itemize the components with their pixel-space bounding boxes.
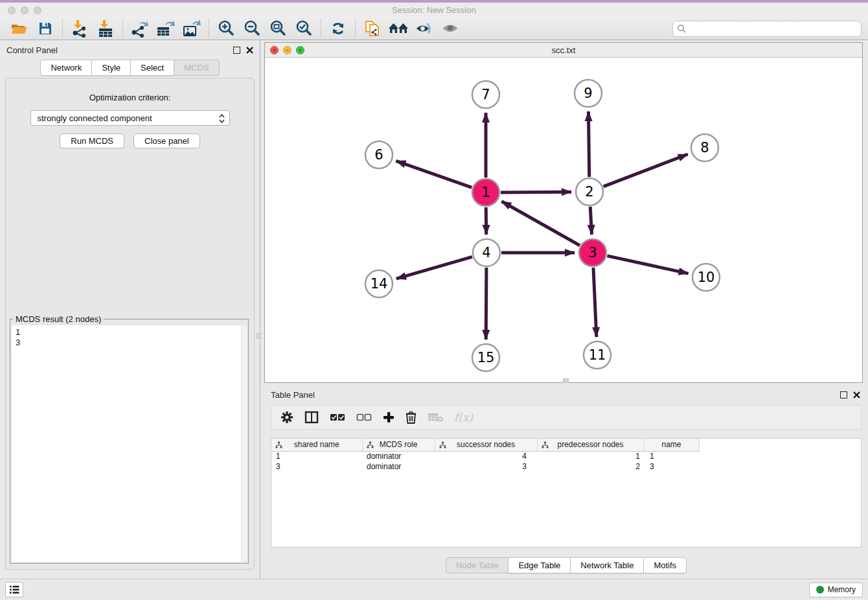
column-header-successor-nodes[interactable]: successor nodes (435, 439, 537, 451)
table-cell[interactable]: 1 (537, 451, 644, 461)
graph-node-11[interactable]: 11 (584, 341, 611, 369)
graph-edge-2-8[interactable] (604, 154, 688, 187)
add-row-button[interactable] (383, 411, 394, 423)
delete-row-button[interactable] (405, 411, 417, 424)
table-options-button[interactable] (280, 411, 293, 424)
export-network-button[interactable] (127, 19, 153, 38)
unselect-all-icon (356, 413, 372, 422)
tab-network[interactable]: Network (40, 60, 92, 76)
graph-edge-2-9[interactable] (588, 111, 589, 177)
graph-edge-4-14[interactable] (396, 257, 472, 279)
toolbar-separator (62, 19, 63, 38)
graph-edge-1-6[interactable] (396, 161, 472, 187)
mcds-result-text[interactable]: 13 (12, 325, 247, 562)
node-label: 2 (585, 184, 593, 200)
export-table-button[interactable] (153, 19, 179, 38)
graph-edge-1-2[interactable] (501, 192, 571, 192)
memory-label: Memory (828, 585, 856, 594)
node-table[interactable]: shared nameMCDS rolesuccessor nodesprede… (271, 438, 862, 548)
columns-icon (304, 411, 319, 424)
graph-node-4[interactable]: 4 (473, 239, 500, 266)
search-input[interactable] (672, 21, 862, 37)
close-panel-icon[interactable] (246, 47, 253, 54)
memory-button[interactable]: Memory (809, 583, 863, 597)
select-all-button[interactable] (330, 413, 345, 422)
tab-select[interactable]: Select (130, 60, 174, 76)
graph-node-3[interactable]: 3 (579, 239, 606, 266)
task-history-button[interactable] (5, 582, 23, 597)
column-header-mcds-role[interactable]: MCDS role (362, 439, 435, 451)
close-table-panel-icon[interactable] (853, 391, 860, 398)
graph-edge-2-3[interactable] (590, 207, 591, 235)
table-cell[interactable]: 1 (644, 451, 699, 461)
float-panel-icon[interactable] (233, 47, 240, 54)
trash-icon (405, 411, 417, 424)
refresh-button[interactable] (325, 19, 351, 38)
main-toolbar (0, 17, 868, 40)
import-table-button[interactable] (93, 19, 119, 38)
table-tab-node-table[interactable]: Node Table (446, 557, 509, 573)
network-window-titlebar[interactable]: scc.txt (265, 43, 862, 58)
home-button[interactable] (385, 19, 411, 38)
graph-node-7[interactable]: 7 (472, 81, 499, 108)
graph-node-6[interactable]: 6 (365, 141, 393, 168)
optimization-criterion-dropdown[interactable]: strongly connected component (30, 110, 230, 126)
close-panel-button[interactable]: Close panel (133, 133, 200, 148)
graph-edge-3-10[interactable] (608, 256, 689, 273)
table-tab-edge-table[interactable]: Edge Table (508, 557, 571, 573)
run-mcds-button[interactable]: Run MCDS (60, 133, 124, 148)
graph-node-9[interactable]: 9 (575, 80, 602, 107)
graph-node-14[interactable]: 14 (365, 270, 393, 297)
float-table-panel-icon[interactable] (840, 391, 847, 398)
table-row[interactable]: 3dominator323 (271, 461, 699, 472)
graph-edge-1-4[interactable] (486, 207, 486, 235)
table-tab-network-table[interactable]: Network Table (570, 557, 644, 573)
import-network-button[interactable] (67, 19, 93, 38)
clone-network-button[interactable] (360, 19, 385, 38)
table-cell[interactable]: 3 (435, 461, 537, 472)
export-network-icon (131, 19, 149, 38)
graph-node-15[interactable]: 15 (472, 344, 499, 371)
node-label: 7 (481, 87, 490, 102)
graph-edge-3-1[interactable] (501, 202, 580, 246)
vertical-splitter-handle[interactable] (257, 333, 261, 339)
horizontal-splitter-handle[interactable] (563, 378, 569, 383)
hide-selected-button[interactable] (411, 19, 437, 38)
table-cell[interactable]: 2 (537, 461, 644, 472)
table-cell[interactable]: dominator (362, 451, 435, 461)
column-header-name[interactable]: name (644, 439, 699, 451)
node-label: 11 (589, 347, 606, 363)
node-label: 10 (698, 270, 715, 285)
mcds-result-scrollbar[interactable] (241, 325, 247, 562)
graph-edge-3-11[interactable] (593, 268, 597, 337)
zoom-fit-button[interactable] (265, 19, 291, 38)
table-panel-title: Table Panel (271, 390, 315, 400)
graph-node-1[interactable]: 1 (472, 179, 499, 206)
tab-mcds[interactable]: MCDS (174, 60, 219, 76)
table-cell[interactable]: 3 (644, 461, 699, 472)
save-session-button[interactable] (32, 19, 58, 38)
column-header-predecessor-nodes[interactable]: predecessor nodes (537, 439, 644, 451)
zoom-out-button[interactable] (239, 19, 265, 38)
network-canvas[interactable]: 7968124314101511 (265, 58, 862, 382)
network-graph: 7968124314101511 (265, 58, 862, 382)
column-header-shared-name[interactable]: shared name (271, 439, 362, 451)
unselect-all-button[interactable] (356, 413, 372, 422)
open-session-button[interactable] (6, 19, 32, 38)
table-row[interactable]: 1dominator411 (271, 451, 699, 461)
zoom-in-button[interactable] (213, 19, 239, 38)
tab-style[interactable]: Style (91, 60, 131, 76)
table-cell[interactable]: 4 (435, 451, 537, 461)
graph-node-2[interactable]: 2 (576, 178, 603, 205)
show-all-button[interactable] (437, 19, 463, 38)
table-cell[interactable]: dominator (362, 461, 435, 472)
table-tab-motifs[interactable]: Motifs (643, 557, 687, 573)
export-image-button[interactable] (179, 19, 205, 38)
table-cell[interactable]: 1 (271, 451, 362, 461)
table-cell[interactable]: 3 (271, 461, 362, 472)
zoom-selected-button[interactable] (291, 19, 317, 38)
column-visibility-button[interactable] (304, 411, 319, 424)
graph-edge-4-15[interactable] (486, 268, 486, 340)
graph-node-8[interactable]: 8 (691, 134, 718, 161)
graph-node-10[interactable]: 10 (692, 264, 720, 291)
